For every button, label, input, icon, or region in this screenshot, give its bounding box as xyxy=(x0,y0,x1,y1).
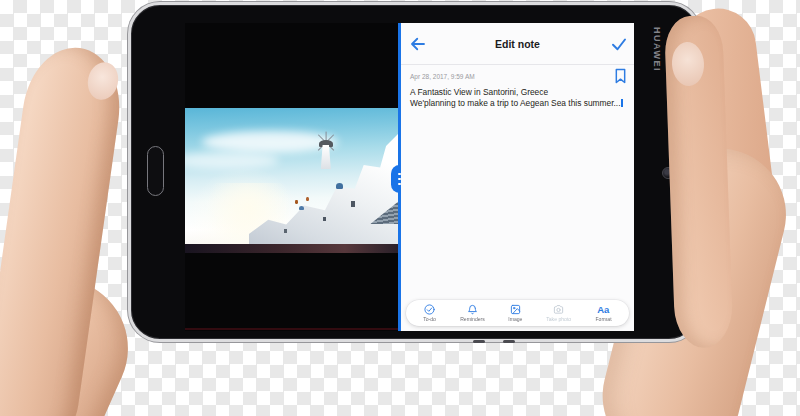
santorini-photo xyxy=(185,108,398,253)
format-button[interactable]: Aa Format xyxy=(594,305,613,322)
blue-dome xyxy=(336,183,343,189)
note-text-area[interactable]: A Fantastic View in Santorini, Greece We… xyxy=(410,87,626,109)
image-icon xyxy=(510,304,521,315)
windmill xyxy=(313,137,339,171)
bell-icon xyxy=(467,304,478,315)
blue-dome xyxy=(299,206,304,210)
image-button[interactable]: Image xyxy=(507,304,524,322)
todo-check-icon xyxy=(424,304,435,315)
reminders-button[interactable]: Reminders xyxy=(458,304,487,322)
terracotta-detail xyxy=(306,197,309,201)
transparent-canvas: HUAWEI xyxy=(0,0,800,416)
window xyxy=(284,229,287,233)
confirm-check-icon[interactable] xyxy=(610,35,628,53)
format-aa-icon: Aa xyxy=(597,305,609,315)
note-line: A Fantastic View in Santorini, Greece xyxy=(410,87,626,98)
photo-bottom-shadow xyxy=(185,244,398,253)
text-cursor xyxy=(621,99,623,107)
note-line: We'planning to make a trip to Aegean Sea… xyxy=(410,98,626,109)
todo-button[interactable]: To-do xyxy=(422,304,437,322)
bottom-port xyxy=(473,340,485,343)
gallery-pane[interactable] xyxy=(185,23,398,331)
tablet-screen: Edit note Apr 28, 2017, 9:59 AM A Fantas… xyxy=(185,23,634,331)
home-button[interactable] xyxy=(147,146,164,196)
tablet-device: HUAWEI xyxy=(128,2,701,342)
camera-icon xyxy=(553,304,564,315)
page-title: Edit note xyxy=(401,38,634,50)
cloud-shape xyxy=(185,152,279,169)
note-timestamp: Apr 28, 2017, 9:59 AM xyxy=(410,73,475,80)
note-toolbar: To-do Reminders Image xyxy=(406,300,629,326)
bottom-port xyxy=(503,340,515,343)
window xyxy=(323,217,326,221)
take-photo-button: Take photo xyxy=(544,304,573,322)
note-header: Edit note xyxy=(401,23,634,65)
note-app-pane: Edit note Apr 28, 2017, 9:59 AM A Fantas… xyxy=(401,23,634,331)
window xyxy=(351,201,355,207)
bookmark-icon[interactable] xyxy=(614,68,627,84)
terracotta-detail xyxy=(295,200,298,204)
screen-edge-reflection xyxy=(185,328,398,330)
back-arrow-icon[interactable] xyxy=(409,35,427,53)
huawei-brand-label: HUAWEI xyxy=(652,27,662,72)
